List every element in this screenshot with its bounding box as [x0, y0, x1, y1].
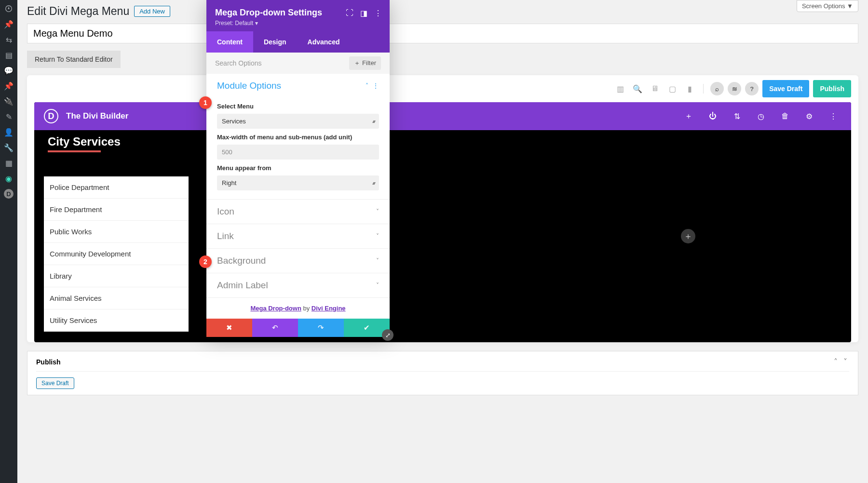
tab-advanced[interactable]: Advanced: [297, 31, 351, 53]
expand-icon[interactable]: ⛶: [346, 9, 353, 18]
tablet-icon[interactable]: ▢: [665, 82, 679, 95]
select-menu-label: Select Menu: [217, 103, 379, 110]
appear-dropdown[interactable]: Right▴▾: [217, 175, 379, 190]
divi-logo-icon: D: [44, 109, 58, 123]
heading-underline: [48, 150, 101, 152]
pin2-icon[interactable]: 📌: [4, 81, 14, 91]
history-icon[interactable]: ◷: [753, 108, 769, 124]
menu-item[interactable]: Police Department: [44, 176, 189, 199]
chevron-up-icon[interactable]: ˄: [366, 82, 368, 89]
publish-button[interactable]: Publish: [813, 80, 851, 97]
select-menu-dropdown[interactable]: Services▴▾: [217, 114, 379, 129]
page-title: Edit Divi Mega Menu: [27, 5, 129, 18]
wireframe-icon[interactable]: ▥: [613, 82, 627, 95]
chevron-down-icon[interactable]: ˅: [376, 233, 379, 240]
snap-icon[interactable]: ◨: [360, 9, 367, 18]
attribution: Mega Drop-down by Divi Engine: [206, 298, 390, 319]
kebab-icon[interactable]: ⋮: [825, 108, 841, 124]
desktop-icon[interactable]: 🖥: [648, 82, 662, 95]
add-module-button[interactable]: ＋: [681, 229, 695, 243]
discard-button[interactable]: ✖: [206, 319, 252, 337]
city-services-heading: City Services: [48, 135, 189, 148]
return-standard-editor-button[interactable]: Return To Standard Editor: [27, 51, 121, 68]
zoom-icon[interactable]: 🔍: [631, 82, 644, 95]
plug-icon[interactable]: 🔌: [4, 96, 14, 106]
wp-admin-sidebar: 📌 ⇆ ▤ 💬 📌 🔌 ✎ 👤 🔧 ▦ ◉ D: [0, 0, 17, 400]
post-title-input[interactable]: [27, 24, 858, 43]
kebab-icon[interactable]: ⋮: [374, 9, 382, 18]
users-icon[interactable]: 👤: [4, 127, 14, 137]
trash-icon[interactable]: 🗑: [777, 108, 793, 124]
publish-box-toggle[interactable]: ˄ ˅: [834, 357, 849, 366]
screen-options-toggle[interactable]: Screen Options ▼: [797, 0, 858, 12]
phone-icon[interactable]: ▮: [683, 82, 696, 95]
media-icon[interactable]: ▤: [4, 50, 14, 60]
save-draft-button-secondary[interactable]: Save Draft: [36, 377, 74, 389]
sort-icon[interactable]: ⇅: [729, 108, 745, 124]
menu-item[interactable]: Fire Department: [44, 199, 189, 221]
menu-item[interactable]: Public Works: [44, 221, 189, 243]
section-kebab-icon[interactable]: ⋮: [372, 82, 379, 90]
filter-button[interactable]: ＋ Filter: [349, 56, 381, 70]
settings-icon[interactable]: ▦: [4, 158, 14, 168]
tools-icon[interactable]: 🔧: [4, 143, 14, 152]
redo-button[interactable]: ↷: [298, 319, 344, 337]
theme-icon[interactable]: ◉: [4, 174, 14, 183]
chevron-down-icon[interactable]: ˅: [376, 208, 379, 215]
appearance-icon[interactable]: ✎: [4, 112, 14, 121]
search-options-input[interactable]: Search Options: [215, 59, 349, 67]
tab-design[interactable]: Design: [253, 31, 297, 53]
attribution-link-engine[interactable]: Divi Engine: [312, 305, 346, 312]
menu-item[interactable]: Utility Services: [44, 309, 189, 332]
section-icon[interactable]: Icon: [217, 206, 376, 217]
save-draft-button[interactable]: Save Draft: [762, 80, 809, 97]
chevron-down-icon[interactable]: ˅: [376, 282, 379, 289]
section-link[interactable]: Link: [217, 231, 376, 242]
chevron-down-icon[interactable]: ˅: [376, 257, 379, 264]
tab-content[interactable]: Content: [206, 31, 253, 53]
menu-item[interactable]: Library: [44, 265, 189, 287]
menu-list: Police Department Fire Department Public…: [44, 176, 189, 332]
comments-icon[interactable]: 💬: [4, 66, 14, 75]
pin-icon[interactable]: 📌: [4, 19, 14, 29]
menu-item[interactable]: Animal Services: [44, 287, 189, 309]
callout-badge-2: 2: [199, 255, 212, 268]
section-module-options[interactable]: Module Options: [217, 80, 366, 91]
add-new-button[interactable]: Add New: [134, 6, 170, 17]
maxwidth-label: Max-width of menu and sub-menus (add uni…: [217, 134, 379, 141]
appear-label: Menu appear from: [217, 164, 379, 172]
separator: [703, 84, 704, 94]
publish-box-title: Publish: [36, 358, 61, 366]
power-icon[interactable]: ⏻: [705, 108, 721, 124]
search-circle-icon[interactable]: ⌕: [710, 82, 724, 95]
resize-handle-icon[interactable]: ⤢: [382, 329, 393, 341]
module-settings-modal: Mega Drop-down Settings Preset: Default …: [206, 0, 390, 337]
share-icon[interactable]: ⇆: [4, 35, 14, 44]
dashboard-icon[interactable]: [4, 4, 14, 13]
divi-icon[interactable]: D: [4, 189, 14, 199]
section-background[interactable]: Background: [217, 255, 376, 266]
maxwidth-input[interactable]: [217, 145, 379, 160]
callout-badge-1: 1: [199, 96, 212, 109]
layers-circle-icon[interactable]: ≋: [728, 82, 741, 95]
undo-button[interactable]: ↶: [252, 319, 298, 337]
attribution-link[interactable]: Mega Drop-down: [250, 305, 301, 312]
add-icon[interactable]: ＋: [680, 108, 697, 124]
preset-selector[interactable]: Preset: Default ▾: [215, 20, 381, 27]
gear-icon[interactable]: ⚙: [801, 108, 817, 124]
help-circle-icon[interactable]: ?: [745, 82, 759, 95]
menu-item[interactable]: Community Development: [44, 243, 189, 265]
section-admin-label[interactable]: Admin Label: [217, 280, 376, 291]
